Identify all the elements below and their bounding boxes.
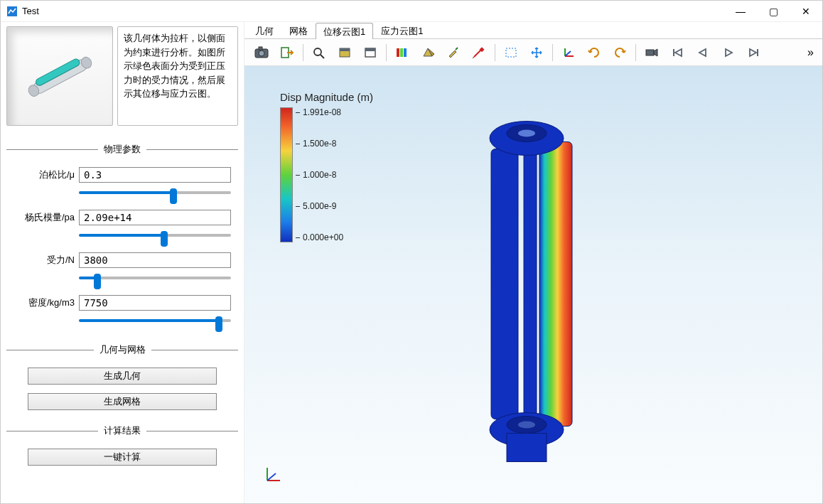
toolbar-overflow-icon[interactable]: » [803,46,818,59]
svg-point-6 [259,50,264,56]
force-input[interactable] [79,252,231,268]
toggle-box-icon[interactable] [333,42,357,63]
force-slider[interactable] [79,271,231,285]
poisson-input[interactable] [79,167,231,183]
young-input[interactable] [79,210,231,225]
titlebar: Test ― ▢ ✕ [1,1,822,22]
close-button[interactable]: ✕ [790,1,822,22]
video-icon[interactable] [640,42,664,63]
app-icon [6,6,18,17]
density-input[interactable] [79,295,231,311]
young-slider[interactable] [79,228,231,242]
content-area: 该几何体为拉杆，以侧面为约束进行分析。如图所示绿色表面分为受到正压力时的受力情况… [1,22,822,503]
svg-rect-1 [31,58,90,96]
export-icon[interactable] [275,42,299,63]
legend-colorbar [280,107,293,242]
section-physical-params: 物理参数 [6,143,238,156]
description-text: 该几何体为拉杆，以侧面为约束进行分析。如图所示绿色表面分为受到正压力时的受力情况… [117,26,238,126]
last-frame-icon[interactable] [742,42,766,63]
svg-marker-31 [699,49,706,56]
svg-line-20 [456,48,458,50]
tab-0[interactable]: 几何 [247,22,281,38]
legend-title: Disp Magnitude (m) [280,91,373,103]
orientation-triad-icon [262,463,284,486]
axes-icon[interactable] [556,42,581,63]
svg-rect-23 [506,48,516,57]
svg-marker-32 [726,49,732,56]
svg-rect-12 [340,48,350,51]
svg-point-43 [518,421,535,428]
legend-tick: 1.500e-8 [296,139,343,149]
rotate-ccw-icon[interactable] [608,42,632,63]
section-geometry-mesh: 几何与网格 [6,343,238,356]
model-render [456,99,612,471]
svg-marker-30 [675,49,682,56]
svg-marker-28 [654,49,657,56]
palette-icon[interactable] [390,42,414,63]
window-title: Test [22,6,724,16]
svg-rect-35 [539,141,572,426]
svg-line-26 [565,51,571,56]
svg-point-9 [314,48,321,55]
legend-tick: 1.991e-08 [296,107,343,117]
color-legend: Disp Magnitude (m) 1.991e-081.500e-81.00… [280,91,373,242]
svg-point-40 [518,129,535,136]
svg-line-47 [267,473,276,481]
svg-rect-15 [397,48,399,57]
svg-line-21 [474,50,481,57]
section-calc-result: 计算结果 [6,424,238,437]
toolbar-separator [495,44,495,61]
legend-ticks: 1.991e-081.500e-81.000e-85.000e-90.000e+… [296,107,343,242]
legend-tick: 5.000e-9 [296,201,343,211]
first-frame-icon[interactable] [665,42,689,63]
zoom-icon[interactable] [307,42,331,63]
svg-rect-14 [365,48,375,51]
toolbar: » [244,39,822,66]
left-panel: 该几何体为拉杆，以侧面为约束进行分析。如图所示绿色表面分为受到正压力时的受力情况… [1,22,244,503]
svg-marker-33 [750,49,756,56]
svg-rect-27 [646,50,654,55]
app-window: Test ― ▢ ✕ 该几何体为拉杆，以侧面为约束进行分析。如图所示绿 [0,0,823,504]
svg-rect-37 [524,149,537,419]
one-click-calc-button[interactable]: 一键计算 [28,449,217,466]
geometry-thumbnail [6,26,113,126]
svg-rect-44 [507,433,547,461]
select-box-icon[interactable] [499,42,523,63]
toolbar-separator [552,44,553,61]
density-slider[interactable] [79,313,231,328]
svg-rect-7 [259,47,262,50]
toolbar-separator [386,44,387,61]
dropper-icon[interactable] [467,42,491,63]
right-panel: 几何网格位移云图1应力云图1 » Disp Magnitude (m) 1.99… [244,22,822,503]
legend-tick: 1.000e-8 [296,170,343,180]
svg-line-10 [321,55,324,58]
svg-rect-16 [400,48,403,57]
toolbar-separator [635,44,636,61]
svg-rect-36 [491,149,518,419]
maximize-button[interactable]: ▢ [757,1,790,22]
young-label: 杨氏模量/pa [14,211,75,224]
move-icon[interactable] [525,42,549,63]
tab-1[interactable]: 网格 [281,22,316,38]
paint-icon[interactable] [441,42,466,63]
force-label: 受力/N [14,254,75,267]
tab-3[interactable]: 应力云图1 [373,22,431,38]
tab-bar: 几何网格位移云图1应力云图1 [244,22,822,39]
shading-icon[interactable] [416,42,440,63]
svg-rect-17 [404,48,407,57]
rotate-cw-icon[interactable] [582,42,606,63]
next-frame-icon[interactable] [716,42,741,63]
tab-2[interactable]: 位移云图1 [316,23,373,39]
prev-frame-icon[interactable] [691,42,715,63]
density-label: 密度/kg/m3 [14,296,75,309]
poisson-slider[interactable] [79,186,231,200]
toggle-box2-icon[interactable] [358,42,382,63]
poisson-label: 泊松比/μ [14,168,75,181]
viewport-3d[interactable]: Disp Magnitude (m) 1.991e-081.500e-81.00… [244,66,822,503]
generate-geometry-button[interactable]: 生成几何 [28,368,217,385]
legend-tick: 0.000e+00 [296,232,343,242]
toolbar-separator [303,44,303,61]
camera-icon[interactable] [249,42,274,63]
minimize-button[interactable]: ― [724,1,757,22]
generate-mesh-button[interactable]: 生成网格 [28,393,217,410]
